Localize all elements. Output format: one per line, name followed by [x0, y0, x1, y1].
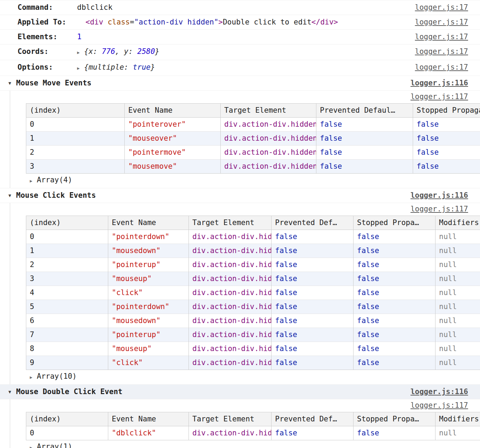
- object-preview[interactable]: ▶{multiple: true}: [77, 63, 155, 73]
- table-cell: false: [354, 230, 436, 244]
- array-preview-label: Array(1): [37, 442, 72, 448]
- group-header-mouse-move-events[interactable]: ▼ Mouse Move Events logger.js:116: [0, 76, 480, 91]
- expand-triangle-icon[interactable]: ▶: [30, 177, 37, 186]
- node-cell[interactable]: div.action-div.hidden: [189, 286, 272, 300]
- devtools-console-panel: Command: dblclick logger.js:17 Applied T…: [0, 0, 480, 448]
- node-cell[interactable]: div.action-div.hidden: [189, 426, 272, 440]
- column-header[interactable]: (index): [26, 216, 108, 230]
- table-cell: false: [354, 342, 436, 356]
- column-header[interactable]: Prevented Def…: [272, 216, 354, 230]
- source-link[interactable]: logger.js:17: [415, 47, 468, 56]
- column-header[interactable]: (index): [26, 104, 125, 118]
- table-cell: false: [413, 160, 480, 174]
- console-message-coords: Coords: ▶{x: 776, y: 2580} logger.js:17: [0, 44, 480, 60]
- column-header[interactable]: Prevented Defaul…: [316, 104, 413, 118]
- node-cell[interactable]: div.action-div.hidden: [189, 356, 272, 370]
- source-link[interactable]: logger.js:116: [411, 191, 468, 200]
- source-link[interactable]: logger.js:17: [415, 33, 468, 41]
- node-cell[interactable]: div.action-div.hidden: [189, 300, 272, 314]
- array-preview-label: Array(4): [37, 176, 72, 184]
- table-row: 2"pointermove"div.action-div.hiddenfalse…: [26, 146, 480, 160]
- source-link[interactable]: logger.js:117: [411, 92, 468, 101]
- group-title: Mouse Double Click Event: [16, 387, 122, 396]
- column-header[interactable]: Modifiers: [436, 216, 480, 230]
- equals-token: =: [130, 18, 134, 26]
- table-cell: false: [272, 328, 354, 342]
- expand-triangle-icon[interactable]: ▶: [77, 64, 84, 73]
- table-row: 9"click"div.action-div.hiddenfalsefalsen…: [26, 356, 480, 370]
- column-header[interactable]: Event Name: [125, 104, 221, 118]
- node-cell[interactable]: div.action-div.hidden: [221, 146, 316, 160]
- table-cell: false: [354, 244, 436, 258]
- group-title: Mouse Click Events: [16, 191, 96, 200]
- array-preview[interactable]: ▶ Array(10): [10, 370, 480, 384]
- node-text-token: Double click to edit: [223, 18, 311, 26]
- property-value: 776: [102, 47, 115, 56]
- object-preview[interactable]: ▶{x: 776, y: 2580}: [77, 47, 159, 57]
- table-header-row: (index)Event NameTarget ElementPrevented…: [26, 216, 480, 230]
- table-source-row: logger.js:117: [10, 91, 480, 102]
- column-header[interactable]: Target Element: [189, 412, 272, 426]
- source-link[interactable]: logger.js:17: [415, 63, 468, 72]
- column-header[interactable]: Event Name: [108, 412, 189, 426]
- column-header[interactable]: Stopped Propagat…: [413, 104, 480, 118]
- table-cell: false: [354, 426, 436, 440]
- dom-node-preview[interactable]: <div class="action-div hidden">Double cl…: [85, 18, 338, 27]
- source-link[interactable]: logger.js:17: [415, 18, 468, 27]
- column-header[interactable]: Stopped Propa…: [354, 412, 436, 426]
- table-row: 4"click"div.action-div.hiddenfalsefalsen…: [26, 286, 480, 300]
- node-cell[interactable]: div.action-div.hidden: [189, 258, 272, 272]
- array-preview[interactable]: ▶ Array(4): [10, 174, 480, 188]
- source-link[interactable]: logger.js:117: [411, 205, 468, 214]
- column-header[interactable]: Prevented Def…: [272, 412, 354, 426]
- collapse-triangle-icon[interactable]: ▼: [8, 79, 16, 88]
- property-key: y:: [124, 47, 137, 56]
- expand-triangle-icon[interactable]: ▶: [77, 48, 84, 57]
- node-cell[interactable]: div.action-div.hidden: [189, 244, 272, 258]
- node-cell[interactable]: div.action-div.hidden: [221, 118, 316, 132]
- column-header[interactable]: Target Element: [221, 104, 316, 118]
- collapse-triangle-icon[interactable]: ▼: [8, 387, 16, 396]
- node-cell[interactable]: div.action-div.hidden: [189, 328, 272, 342]
- group-header-mouse-click-events[interactable]: ▼ Mouse Click Events logger.js:116: [0, 188, 480, 203]
- source-link[interactable]: logger.js:17: [415, 3, 468, 12]
- table-row: 7"pointerup"div.action-div.hiddenfalsefa…: [26, 328, 480, 342]
- column-header[interactable]: Event Name: [108, 216, 189, 230]
- column-header[interactable]: Modifiers: [436, 412, 480, 426]
- collapse-triangle-icon[interactable]: ▼: [8, 191, 16, 200]
- source-link[interactable]: logger.js:116: [411, 79, 468, 88]
- table-row: 3"mouseup"div.action-div.hiddenfalsefals…: [26, 272, 480, 286]
- node-cell[interactable]: div.action-div.hidden: [189, 230, 272, 244]
- console-table: (index)Event NameTarget ElementPrevented…: [26, 103, 480, 174]
- brace-token: }: [151, 63, 155, 71]
- group-header-mouse-double-click-event[interactable]: ▼ Mouse Double Click Event logger.js:116: [0, 385, 480, 399]
- node-cell[interactable]: div.action-div.hidden: [221, 132, 316, 146]
- array-preview-label: Array(10): [37, 372, 77, 381]
- source-link[interactable]: logger.js:117: [411, 401, 468, 410]
- table-source-row: logger.js:117: [10, 399, 480, 411]
- table-cell: "mouseup": [108, 272, 189, 286]
- table-cell: "mouseup": [108, 342, 189, 356]
- table-cell: "pointerup": [108, 258, 189, 272]
- column-header[interactable]: (index): [26, 412, 108, 426]
- table-cell: 1: [26, 132, 125, 146]
- table-source-row: logger.js:117: [10, 203, 480, 214]
- column-header[interactable]: Stopped Propa…: [354, 216, 436, 230]
- expand-triangle-icon[interactable]: ▶: [30, 443, 37, 448]
- column-header[interactable]: Target Element: [189, 216, 272, 230]
- node-cell[interactable]: div.action-div.hidden: [189, 314, 272, 328]
- node-cell[interactable]: div.action-div.hidden: [189, 342, 272, 356]
- array-preview[interactable]: ▶ Array(1): [10, 440, 480, 448]
- expand-triangle-icon[interactable]: ▶: [30, 373, 37, 382]
- table-row: 0"pointerdown"div.action-div.hiddenfalse…: [26, 230, 480, 244]
- table-cell: 1: [26, 244, 108, 258]
- node-cell[interactable]: div.action-div.hidden: [189, 272, 272, 286]
- table-cell: 5: [26, 300, 108, 314]
- table-row: 0"pointerover"div.action-div.hiddenfalse…: [26, 118, 480, 132]
- table-cell: false: [413, 132, 480, 146]
- table-cell: 4: [26, 286, 108, 300]
- table-cell: false: [272, 426, 354, 440]
- node-cell[interactable]: div.action-div.hidden: [221, 160, 316, 174]
- source-link[interactable]: logger.js:116: [411, 387, 468, 396]
- table-row: 2"pointerup"div.action-div.hiddenfalsefa…: [26, 258, 480, 272]
